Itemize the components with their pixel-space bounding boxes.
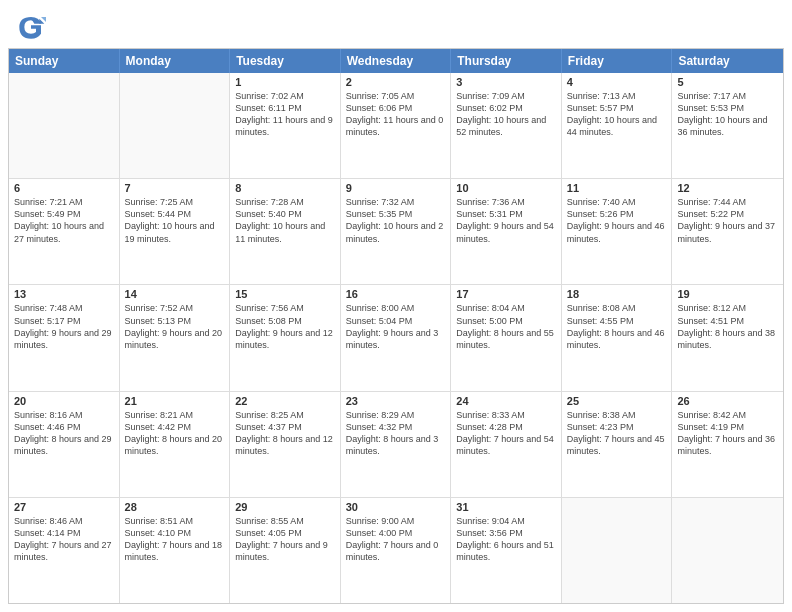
day-detail: Sunrise: 7:48 AM Sunset: 5:17 PM Dayligh… [14, 302, 114, 351]
day-detail: Sunrise: 7:40 AM Sunset: 5:26 PM Dayligh… [567, 196, 667, 245]
day-number: 22 [235, 395, 335, 407]
calendar-cell [9, 73, 120, 178]
day-number: 11 [567, 182, 667, 194]
day-number: 7 [125, 182, 225, 194]
day-number: 2 [346, 76, 446, 88]
day-number: 10 [456, 182, 556, 194]
day-detail: Sunrise: 8:42 AM Sunset: 4:19 PM Dayligh… [677, 409, 778, 458]
calendar-cell: 26Sunrise: 8:42 AM Sunset: 4:19 PM Dayli… [672, 392, 783, 497]
day-number: 26 [677, 395, 778, 407]
day-number: 9 [346, 182, 446, 194]
calendar-cell: 8Sunrise: 7:28 AM Sunset: 5:40 PM Daylig… [230, 179, 341, 284]
day-detail: Sunrise: 8:12 AM Sunset: 4:51 PM Dayligh… [677, 302, 778, 351]
calendar-cell: 22Sunrise: 8:25 AM Sunset: 4:37 PM Dayli… [230, 392, 341, 497]
calendar-cell: 14Sunrise: 7:52 AM Sunset: 5:13 PM Dayli… [120, 285, 231, 390]
day-detail: Sunrise: 8:21 AM Sunset: 4:42 PM Dayligh… [125, 409, 225, 458]
day-number: 13 [14, 288, 114, 300]
calendar-week-4: 20Sunrise: 8:16 AM Sunset: 4:46 PM Dayli… [9, 391, 783, 497]
calendar-week-2: 6Sunrise: 7:21 AM Sunset: 5:49 PM Daylig… [9, 178, 783, 284]
logo [16, 12, 50, 42]
day-number: 20 [14, 395, 114, 407]
calendar-cell: 10Sunrise: 7:36 AM Sunset: 5:31 PM Dayli… [451, 179, 562, 284]
day-detail: Sunrise: 8:46 AM Sunset: 4:14 PM Dayligh… [14, 515, 114, 564]
day-detail: Sunrise: 9:00 AM Sunset: 4:00 PM Dayligh… [346, 515, 446, 564]
day-of-week-sunday: Sunday [9, 49, 120, 73]
day-detail: Sunrise: 8:38 AM Sunset: 4:23 PM Dayligh… [567, 409, 667, 458]
day-detail: Sunrise: 8:08 AM Sunset: 4:55 PM Dayligh… [567, 302, 667, 351]
day-number: 6 [14, 182, 114, 194]
calendar-cell [672, 498, 783, 603]
day-number: 5 [677, 76, 778, 88]
calendar-cell: 24Sunrise: 8:33 AM Sunset: 4:28 PM Dayli… [451, 392, 562, 497]
day-detail: Sunrise: 9:04 AM Sunset: 3:56 PM Dayligh… [456, 515, 556, 564]
day-number: 16 [346, 288, 446, 300]
calendar-cell: 23Sunrise: 8:29 AM Sunset: 4:32 PM Dayli… [341, 392, 452, 497]
day-number: 28 [125, 501, 225, 513]
calendar-week-3: 13Sunrise: 7:48 AM Sunset: 5:17 PM Dayli… [9, 284, 783, 390]
day-number: 24 [456, 395, 556, 407]
calendar-week-5: 27Sunrise: 8:46 AM Sunset: 4:14 PM Dayli… [9, 497, 783, 603]
calendar-cell: 4Sunrise: 7:13 AM Sunset: 5:57 PM Daylig… [562, 73, 673, 178]
day-number: 21 [125, 395, 225, 407]
calendar-cell: 17Sunrise: 8:04 AM Sunset: 5:00 PM Dayli… [451, 285, 562, 390]
calendar-cell [120, 73, 231, 178]
day-detail: Sunrise: 8:16 AM Sunset: 4:46 PM Dayligh… [14, 409, 114, 458]
day-number: 31 [456, 501, 556, 513]
calendar-cell: 25Sunrise: 8:38 AM Sunset: 4:23 PM Dayli… [562, 392, 673, 497]
calendar-week-1: 1Sunrise: 7:02 AM Sunset: 6:11 PM Daylig… [9, 73, 783, 178]
calendar-cell: 31Sunrise: 9:04 AM Sunset: 3:56 PM Dayli… [451, 498, 562, 603]
calendar-cell: 9Sunrise: 7:32 AM Sunset: 5:35 PM Daylig… [341, 179, 452, 284]
calendar-cell: 27Sunrise: 8:46 AM Sunset: 4:14 PM Dayli… [9, 498, 120, 603]
day-detail: Sunrise: 7:25 AM Sunset: 5:44 PM Dayligh… [125, 196, 225, 245]
calendar: SundayMondayTuesdayWednesdayThursdayFrid… [8, 48, 784, 604]
calendar-cell: 15Sunrise: 7:56 AM Sunset: 5:08 PM Dayli… [230, 285, 341, 390]
day-of-week-saturday: Saturday [672, 49, 783, 73]
day-number: 14 [125, 288, 225, 300]
day-number: 29 [235, 501, 335, 513]
day-number: 8 [235, 182, 335, 194]
logo-icon [16, 12, 46, 42]
day-detail: Sunrise: 8:04 AM Sunset: 5:00 PM Dayligh… [456, 302, 556, 351]
day-detail: Sunrise: 8:29 AM Sunset: 4:32 PM Dayligh… [346, 409, 446, 458]
day-detail: Sunrise: 8:25 AM Sunset: 4:37 PM Dayligh… [235, 409, 335, 458]
day-number: 4 [567, 76, 667, 88]
calendar-cell: 28Sunrise: 8:51 AM Sunset: 4:10 PM Dayli… [120, 498, 231, 603]
day-detail: Sunrise: 7:13 AM Sunset: 5:57 PM Dayligh… [567, 90, 667, 139]
calendar-cell: 16Sunrise: 8:00 AM Sunset: 5:04 PM Dayli… [341, 285, 452, 390]
day-detail: Sunrise: 8:33 AM Sunset: 4:28 PM Dayligh… [456, 409, 556, 458]
day-number: 23 [346, 395, 446, 407]
day-detail: Sunrise: 8:55 AM Sunset: 4:05 PM Dayligh… [235, 515, 335, 564]
day-detail: Sunrise: 7:17 AM Sunset: 5:53 PM Dayligh… [677, 90, 778, 139]
day-number: 12 [677, 182, 778, 194]
day-detail: Sunrise: 7:32 AM Sunset: 5:35 PM Dayligh… [346, 196, 446, 245]
day-of-week-tuesday: Tuesday [230, 49, 341, 73]
day-number: 18 [567, 288, 667, 300]
calendar-cell: 19Sunrise: 8:12 AM Sunset: 4:51 PM Dayli… [672, 285, 783, 390]
calendar-cell: 1Sunrise: 7:02 AM Sunset: 6:11 PM Daylig… [230, 73, 341, 178]
calendar-header: SundayMondayTuesdayWednesdayThursdayFrid… [9, 49, 783, 73]
day-detail: Sunrise: 7:02 AM Sunset: 6:11 PM Dayligh… [235, 90, 335, 139]
day-number: 30 [346, 501, 446, 513]
day-detail: Sunrise: 8:51 AM Sunset: 4:10 PM Dayligh… [125, 515, 225, 564]
day-detail: Sunrise: 7:21 AM Sunset: 5:49 PM Dayligh… [14, 196, 114, 245]
day-detail: Sunrise: 7:28 AM Sunset: 5:40 PM Dayligh… [235, 196, 335, 245]
day-of-week-monday: Monday [120, 49, 231, 73]
calendar-cell: 12Sunrise: 7:44 AM Sunset: 5:22 PM Dayli… [672, 179, 783, 284]
day-detail: Sunrise: 7:36 AM Sunset: 5:31 PM Dayligh… [456, 196, 556, 245]
day-number: 15 [235, 288, 335, 300]
calendar-cell: 7Sunrise: 7:25 AM Sunset: 5:44 PM Daylig… [120, 179, 231, 284]
calendar-cell: 21Sunrise: 8:21 AM Sunset: 4:42 PM Dayli… [120, 392, 231, 497]
day-number: 25 [567, 395, 667, 407]
day-number: 17 [456, 288, 556, 300]
day-number: 3 [456, 76, 556, 88]
day-number: 19 [677, 288, 778, 300]
day-of-week-friday: Friday [562, 49, 673, 73]
day-detail: Sunrise: 7:09 AM Sunset: 6:02 PM Dayligh… [456, 90, 556, 139]
day-detail: Sunrise: 7:52 AM Sunset: 5:13 PM Dayligh… [125, 302, 225, 351]
day-of-week-wednesday: Wednesday [341, 49, 452, 73]
day-detail: Sunrise: 8:00 AM Sunset: 5:04 PM Dayligh… [346, 302, 446, 351]
calendar-cell: 3Sunrise: 7:09 AM Sunset: 6:02 PM Daylig… [451, 73, 562, 178]
calendar-cell: 18Sunrise: 8:08 AM Sunset: 4:55 PM Dayli… [562, 285, 673, 390]
calendar-cell: 2Sunrise: 7:05 AM Sunset: 6:06 PM Daylig… [341, 73, 452, 178]
day-detail: Sunrise: 7:44 AM Sunset: 5:22 PM Dayligh… [677, 196, 778, 245]
